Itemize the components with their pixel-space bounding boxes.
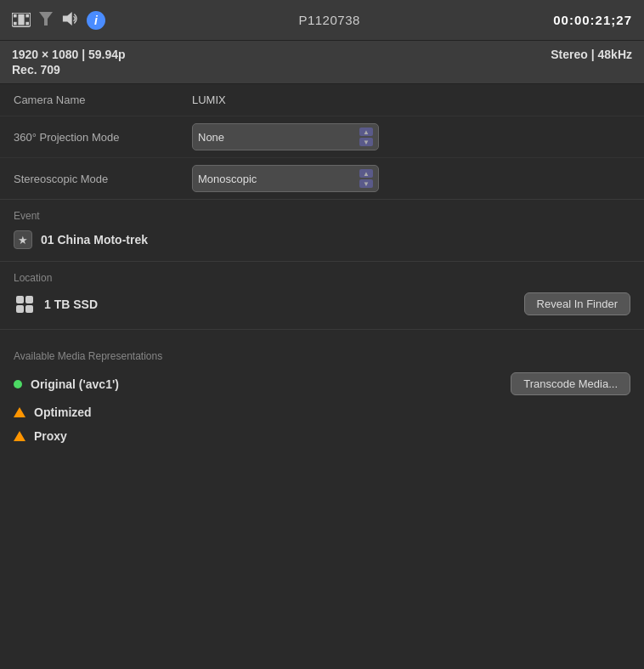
event-name: 01 China Moto-trek [41, 233, 148, 247]
grid-icon [16, 296, 33, 313]
stereoscopic-select[interactable]: Monoscopic ▲ ▼ [192, 165, 379, 192]
properties-section: Camera Name LUMIX 360° Projection Mode N… [0, 84, 644, 200]
stepper-down-icon[interactable]: ▼ [359, 138, 373, 146]
location-row: 1 TB SSD Reveal In Finder [0, 289, 644, 319]
transcode-media-button[interactable]: Transcode Media... [511, 372, 630, 395]
media-item-original: Original ('avc1') Transcode Media... [0, 367, 644, 400]
camera-name-value: LUMIX [192, 94, 630, 106]
camera-name-label: Camera Name [14, 94, 192, 106]
svg-marker-6 [39, 12, 53, 26]
info-icon[interactable]: i [87, 11, 105, 30]
event-section: Event ★ 01 China Moto-trek [0, 200, 644, 262]
camera-name-row: Camera Name LUMIX [0, 84, 644, 116]
status-warning-icon [14, 431, 25, 441]
top-bar: i P1120738 00:00:21;27 [0, 0, 644, 41]
resolution-info: 1920 × 1080 | 59.94p [12, 48, 126, 61]
stepper-up-icon[interactable]: ▲ [359, 128, 373, 136]
audio-info: Stereo | 48kHz [551, 48, 632, 61]
timecode-suffix: 21;27 [596, 13, 632, 27]
stereoscopic-label: Stereoscopic Mode [14, 173, 192, 185]
event-section-label: Event [0, 200, 644, 227]
media-section-label: Available Media Representations [0, 340, 644, 367]
filter-icon[interactable] [39, 12, 53, 29]
svg-marker-7 [63, 11, 72, 25]
svg-rect-4 [25, 21, 29, 25]
event-row: ★ 01 China Moto-trek [0, 227, 644, 262]
event-icon: ★ [14, 230, 32, 249]
media-representations-section: Available Media Representations Original… [0, 330, 644, 458]
svg-rect-5 [18, 14, 24, 25]
status-green-icon [14, 380, 22, 388]
media-item-optimized: Optimized [0, 400, 644, 424]
stereoscopic-stepper[interactable]: ▲ ▼ [359, 168, 373, 189]
location-section-label: Location [0, 262, 644, 289]
clip-title: P1120738 [298, 13, 359, 27]
top-bar-icons: i [12, 11, 105, 30]
location-icon [14, 293, 36, 315]
projection-value: None [198, 131, 224, 144]
projection-stepper[interactable]: ▲ ▼ [359, 127, 373, 147]
svg-rect-3 [14, 21, 17, 25]
film-icon[interactable] [12, 11, 31, 30]
colorspace-info: Rec. 709 [12, 63, 632, 77]
svg-rect-1 [14, 14, 17, 17]
projection-select[interactable]: None ▲ ▼ [192, 123, 379, 150]
media-label-proxy: Proxy [34, 429, 630, 443]
media-item-proxy: Proxy [0, 424, 644, 448]
info-bar: 1920 × 1080 | 59.94p Stereo | 48kHz Rec.… [0, 41, 644, 84]
media-label-optimized: Optimized [34, 405, 630, 419]
stepper-down-icon[interactable]: ▼ [359, 179, 373, 188]
timecode: 00:00:21;27 [553, 13, 632, 27]
location-section: Location 1 TB SSD Reveal In Finder [0, 262, 644, 330]
audio-icon[interactable] [61, 11, 78, 30]
reveal-in-finder-button[interactable]: Reveal In Finder [524, 292, 630, 315]
timecode-prefix: 00:00: [553, 13, 595, 27]
projection-label: 360° Projection Mode [14, 131, 192, 144]
stereoscopic-value: Monoscopic [198, 173, 257, 185]
svg-rect-2 [25, 14, 29, 17]
projection-row: 360° Projection Mode None ▲ ▼ [0, 116, 644, 158]
status-warning-icon [14, 407, 25, 417]
stepper-up-icon[interactable]: ▲ [359, 169, 373, 178]
stereoscopic-row: Stereoscopic Mode Monoscopic ▲ ▼ [0, 158, 644, 199]
media-label-original: Original ('avc1') [31, 377, 502, 391]
location-name: 1 TB SSD [44, 298, 516, 311]
